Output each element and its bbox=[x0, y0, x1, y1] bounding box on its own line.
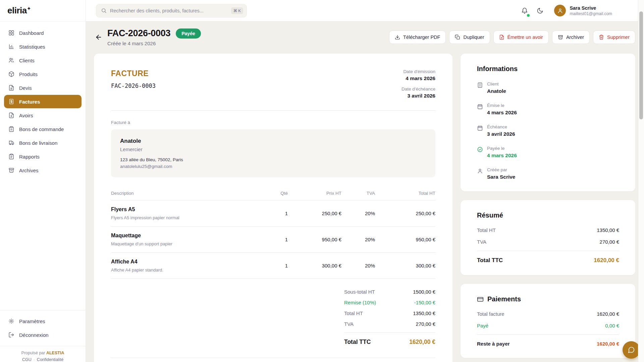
table-row: MaquettageMaquettage d'un support papier… bbox=[111, 227, 435, 253]
logout-icon bbox=[8, 332, 14, 338]
sidebar-item-label: Produits bbox=[19, 71, 38, 77]
sidebar-item-bons-de-livraison[interactable]: Bons de livraison bbox=[4, 136, 82, 149]
sidebar-item-factures[interactable]: Factures bbox=[4, 95, 82, 108]
sidebar-item-label: Archives bbox=[19, 168, 39, 173]
info-item-echeance: Échéance3 avril 2026 bbox=[477, 124, 619, 137]
download-icon bbox=[395, 35, 400, 40]
sidebar: eliria✦ Dashboard Statistiques Clients P… bbox=[0, 0, 86, 362]
info-item-emise-le: Émise le4 mars 2026 bbox=[477, 103, 619, 116]
payments-paid-row: Payé0,00 € bbox=[477, 323, 619, 328]
summary-tva-row: TVA270,00 € bbox=[477, 239, 619, 245]
due-date-label: Date d'échéance bbox=[401, 86, 435, 92]
archive-icon bbox=[558, 35, 563, 40]
invoice-doc-type: FACTURE bbox=[111, 69, 156, 78]
client-email: anatolelulu25@gmail.com bbox=[120, 164, 426, 169]
informations-title: Informations bbox=[477, 65, 619, 73]
gear-icon bbox=[8, 318, 14, 324]
item-description: Flyers A5 impression papier normal bbox=[111, 215, 258, 220]
item-qty: 1 bbox=[258, 210, 288, 216]
page-title: FAC-2026-0003 bbox=[107, 28, 170, 39]
copy-icon bbox=[455, 35, 460, 40]
sidebar-item-label: Bons de commande bbox=[19, 126, 64, 132]
divider bbox=[111, 358, 435, 358]
sidebar-item-devis[interactable]: Devis bbox=[4, 81, 82, 95]
page-content: FAC-2026-0003 Payée Créée le 4 mars 2026… bbox=[86, 21, 644, 362]
sidebar-item-label: Clients bbox=[19, 58, 35, 63]
powered-by-brand[interactable]: ALESTIA bbox=[46, 351, 64, 355]
item-name: Maquettage bbox=[111, 233, 258, 239]
item-qty: 1 bbox=[258, 237, 288, 242]
moon-icon bbox=[537, 7, 543, 14]
sidebar-item-bons-de-commande[interactable]: Bons de commande bbox=[4, 122, 82, 136]
sidebar-item-dashboard[interactable]: Dashboard bbox=[4, 26, 82, 40]
payments-panel: Paiements Total facture1620,00 € Payé0,0… bbox=[461, 284, 635, 358]
chat-bubble-icon bbox=[628, 346, 635, 354]
back-button[interactable] bbox=[94, 33, 103, 42]
informations-panel: Informations ClientAnatole Émise le4 mar… bbox=[461, 54, 635, 191]
item-unit-price: 300,00 € bbox=[288, 263, 341, 268]
clipboard-icon bbox=[8, 154, 14, 160]
item-total: 300,00 € bbox=[375, 263, 435, 268]
notification-dot bbox=[527, 14, 530, 17]
confidentialite-link[interactable]: Confidentialité bbox=[37, 357, 63, 362]
duplicate-button[interactable]: Dupliquer bbox=[449, 31, 490, 44]
notifications-button[interactable] bbox=[521, 7, 529, 15]
user-name: Sara Scrive bbox=[570, 5, 612, 11]
powered-by: Propulsé par ALESTIA bbox=[3, 351, 82, 355]
sidebar-item-label: Rapports bbox=[19, 154, 40, 160]
sidebar-item-deconnexion[interactable]: Déconnexion bbox=[4, 328, 82, 342]
users-icon bbox=[8, 57, 14, 63]
search-input[interactable] bbox=[110, 8, 228, 13]
sidebar-item-label: Paramètres bbox=[19, 318, 45, 324]
col-qty: Qté bbox=[258, 191, 288, 196]
sidebar-item-label: Déconnexion bbox=[19, 332, 49, 338]
item-unit-price: 250,00 € bbox=[288, 210, 341, 216]
search-shortcut-badge: ⌘ K bbox=[231, 7, 243, 14]
sidebar-item-archives[interactable]: Archives bbox=[4, 164, 82, 177]
avatar bbox=[554, 5, 566, 16]
bar-chart-icon bbox=[8, 44, 14, 50]
search-icon bbox=[101, 8, 107, 13]
user-menu[interactable]: Sara Scrive mailtest01@gmail.com bbox=[554, 5, 612, 16]
sidebar-item-rapports[interactable]: Rapports bbox=[4, 150, 82, 163]
credit-note-button[interactable]: Émettre un avoir bbox=[493, 31, 549, 44]
divider bbox=[477, 251, 619, 251]
header-actions: Télécharger PDF Dupliquer Émettre un avo… bbox=[389, 31, 635, 44]
dark-mode-toggle[interactable] bbox=[536, 7, 544, 15]
sidebar-item-statistiques[interactable]: Statistiques bbox=[4, 40, 82, 53]
col-vat: TVA bbox=[341, 191, 375, 196]
chat-fab-button[interactable] bbox=[623, 341, 640, 359]
sidebar-item-produits[interactable]: Produits bbox=[4, 67, 82, 81]
clipboard-list-icon bbox=[8, 126, 14, 132]
page-scrollbar[interactable] bbox=[638, 0, 644, 362]
cgu-link[interactable]: CGU bbox=[22, 357, 32, 362]
calendar-icon bbox=[477, 125, 483, 131]
calendar-icon bbox=[477, 104, 483, 110]
download-pdf-button[interactable]: Télécharger PDF bbox=[389, 31, 446, 44]
brand-logo[interactable]: eliria✦ bbox=[7, 5, 31, 16]
bell-icon bbox=[521, 7, 528, 14]
file-x-icon bbox=[499, 35, 504, 40]
global-search[interactable]: ⌘ K bbox=[96, 4, 247, 17]
item-name: Flyers A5 bbox=[111, 206, 258, 213]
scrollbar-thumb[interactable] bbox=[639, 11, 643, 119]
user-icon bbox=[557, 8, 563, 14]
archive-button[interactable]: Archiver bbox=[552, 31, 590, 44]
delete-button[interactable]: Supprimer bbox=[593, 31, 635, 44]
invoice-number: FAC-2026-0003 bbox=[111, 82, 156, 89]
main-area: ⌘ K Sara Scrive mailtest01@gmail.com bbox=[86, 0, 644, 362]
sidebar-item-avoirs[interactable]: Avoirs bbox=[4, 109, 82, 122]
invoice-items-table: Description Qté Prix HT TVA Total HT Fly… bbox=[111, 191, 435, 279]
tva-row: TVA270,00 € bbox=[344, 321, 435, 327]
payments-total-row: Total facture1620,00 € bbox=[477, 311, 619, 317]
divider bbox=[111, 110, 435, 111]
sidebar-item-parametres[interactable]: Paramètres bbox=[4, 314, 82, 328]
sidebar-bottom-section: Paramètres Déconnexion bbox=[0, 310, 86, 346]
sidebar-item-clients[interactable]: Clients bbox=[4, 54, 82, 67]
client-last-name: Lemercier bbox=[120, 146, 426, 152]
file-x-icon bbox=[8, 112, 14, 118]
sidebar-footer: Propulsé par ALESTIA CGU·Confidentialité bbox=[0, 346, 86, 362]
emission-date-label: Date d'émission bbox=[401, 69, 435, 74]
truck-icon bbox=[8, 140, 14, 146]
item-name: Affiche A4 bbox=[111, 259, 258, 265]
